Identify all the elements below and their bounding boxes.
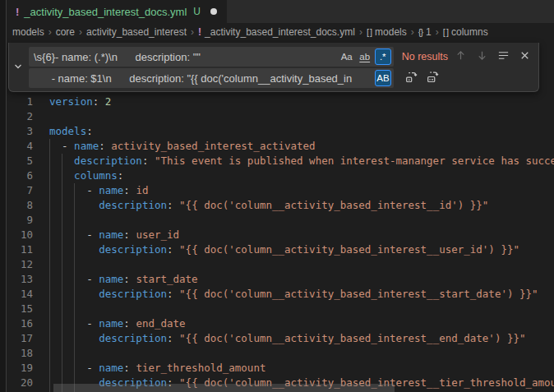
code-line-text: description: "{{ doc('column__activity_b…: [49, 242, 519, 257]
code-line[interactable]: 14 description: "{{ doc('column__activit…: [7, 287, 554, 302]
regex-toggle[interactable]: .*: [375, 48, 391, 65]
next-match-button[interactable]: [473, 48, 491, 66]
line-number[interactable]: 11: [7, 242, 33, 257]
preserve-case-toggle[interactable]: AB: [375, 70, 391, 86]
code-line-text: description: "{{ doc('column__activity_b…: [49, 331, 526, 346]
line-number[interactable]: 3: [7, 124, 33, 139]
line-number[interactable]: 13: [7, 272, 33, 287]
whole-word-toggle[interactable]: ab: [357, 48, 373, 65]
code-line[interactable]: 4 - name: activity_based_interest_activa…: [7, 139, 554, 154]
previous-match-button[interactable]: [452, 48, 469, 66]
horizontal-scrollbar[interactable]: [53, 384, 395, 392]
chevron-down-icon: [13, 60, 23, 75]
symbol-kind-icon: [ ]: [443, 27, 448, 37]
code-line[interactable]: 7 - name: id: [7, 183, 554, 198]
replace-value-text: - name: $1\n description: "{{ doc('colum…: [34, 72, 373, 85]
find-in-selection-button[interactable]: [495, 48, 512, 66]
line-number[interactable]: 12: [7, 257, 33, 272]
breadcrumb: models›core›activity_based_interest›!_ac…: [7, 23, 554, 41]
code-line-text: - name: id: [49, 183, 148, 198]
breadcrumb-separator-icon: ›: [191, 26, 194, 38]
find-row: \s{6}- name: (.*)\n description: "" Aa a…: [29, 47, 533, 67]
breadcrumb-separator-icon: ›: [48, 26, 52, 38]
toggle-replace-button[interactable]: [9, 43, 27, 91]
code-line-text: - name: activity_based_interest_activate…: [49, 139, 316, 154]
code-line[interactable]: 9: [7, 213, 554, 228]
find-status: No results: [402, 51, 448, 62]
breadcrumb-item[interactable]: core: [56, 26, 75, 38]
vscode-editor-window: ! _activity_based_interest_docs.yml U mo…: [0, 0, 554, 392]
line-number[interactable]: 19: [7, 361, 33, 376]
line-number[interactable]: 15: [7, 302, 33, 316]
code-line[interactable]: 10 - name: user_id: [7, 228, 554, 242]
close-find-widget-button[interactable]: [516, 48, 533, 66]
yaml-file-icon: !: [16, 6, 19, 18]
symbol-kind-icon: {}: [418, 27, 422, 37]
code-line[interactable]: 15: [7, 302, 554, 316]
code-line[interactable]: 5 description: "This event is published …: [7, 154, 554, 168]
arrow-down-icon: [476, 49, 488, 65]
replace-actions: [399, 70, 441, 87]
match-case-toggle[interactable]: Aa: [339, 48, 355, 65]
replace-all-button[interactable]: [424, 70, 441, 87]
breadcrumb-item[interactable]: [ ]columns: [443, 26, 488, 38]
editor-tab[interactable]: ! _activity_based_interest_docs.yml U: [7, 0, 227, 23]
code-line[interactable]: 19 - name: tier_threshold_amount: [7, 361, 554, 376]
code-line[interactable]: 3models:: [7, 124, 554, 139]
breadcrumb-item[interactable]: !_activity_based_interest_docs.yml: [198, 26, 355, 38]
breadcrumb-separator-icon: ›: [359, 26, 362, 38]
code-line[interactable]: 17 description: "{{ doc('column__activit…: [7, 331, 554, 346]
line-number[interactable]: 8: [7, 198, 33, 213]
code-line[interactable]: 11 description: "{{ doc('column__activit…: [7, 242, 554, 257]
line-number[interactable]: 17: [7, 331, 33, 346]
code-editor[interactable]: 1version: 223models:4 - name: activity_b…: [7, 41, 554, 392]
line-number[interactable]: 5: [7, 154, 33, 168]
code-line-text: description: "{{ doc('column__activity_b…: [49, 287, 538, 302]
breadcrumb-separator-icon: ›: [411, 26, 414, 38]
symbol-kind-icon: [ ]: [367, 27, 372, 37]
code-line[interactable]: 8 description: "{{ doc('column__activity…: [7, 198, 554, 213]
breadcrumb-item-label: 1: [426, 26, 432, 38]
line-number[interactable]: 10: [7, 228, 33, 242]
yaml-file-icon: !: [198, 26, 201, 38]
code-line-text: - name: end_date: [49, 316, 186, 331]
code-line-text: - name: user_id: [49, 228, 179, 242]
line-number[interactable]: 6: [7, 168, 33, 183]
code-line[interactable]: 1version: 2: [7, 95, 554, 109]
unsaved-changes-dot-icon[interactable]: [210, 8, 217, 15]
editor-group-left-border: [0, 0, 7, 392]
replace-row: - name: $1\n description: "{{ doc('colum…: [29, 68, 533, 88]
breadcrumb-item[interactable]: models: [12, 26, 44, 38]
breadcrumb-item[interactable]: activity_based_interest: [86, 26, 187, 38]
line-number[interactable]: 9: [7, 213, 33, 228]
code-line[interactable]: 2: [7, 109, 554, 124]
code-line-text: - name: start_date: [49, 272, 198, 287]
line-number[interactable]: 20: [7, 376, 33, 390]
code-line[interactable]: 18: [7, 346, 554, 361]
line-number[interactable]: 18: [7, 346, 33, 361]
line-number[interactable]: 14: [7, 287, 33, 302]
line-number[interactable]: 4: [7, 139, 33, 154]
indent-guide: [62, 154, 62, 392]
code-line-text: columns:: [49, 168, 123, 183]
breadcrumb-item-label: columns: [451, 26, 488, 38]
code-line[interactable]: 13 - name: start_date: [7, 272, 554, 287]
code-line[interactable]: 12: [7, 257, 554, 272]
breadcrumb-item[interactable]: [ ]models: [367, 26, 407, 38]
find-input[interactable]: \s{6}- name: (.*)\n description: "" Aa a…: [29, 47, 394, 67]
code-lines: 1version: 223models:4 - name: activity_b…: [7, 95, 554, 390]
line-number[interactable]: 1: [7, 95, 33, 109]
indent-guide: [49, 139, 50, 392]
line-number[interactable]: 16: [7, 316, 33, 331]
line-number[interactable]: 2: [7, 109, 33, 124]
line-number[interactable]: 7: [7, 183, 33, 198]
tab-title: _activity_based_interest_docs.yml: [24, 6, 187, 18]
replace-one-button[interactable]: [403, 70, 420, 87]
find-replace-widget: \s{6}- name: (.*)\n description: "" Aa a…: [8, 43, 539, 92]
code-line[interactable]: 16 - name: end_date: [7, 316, 554, 331]
breadcrumb-item[interactable]: {}1: [418, 26, 432, 38]
code-line[interactable]: 6 columns:: [7, 168, 554, 183]
git-untracked-badge: U: [193, 6, 201, 17]
breadcrumb-item-label: models: [375, 26, 407, 38]
replace-input[interactable]: - name: $1\n description: "{{ doc('colum…: [29, 68, 394, 88]
